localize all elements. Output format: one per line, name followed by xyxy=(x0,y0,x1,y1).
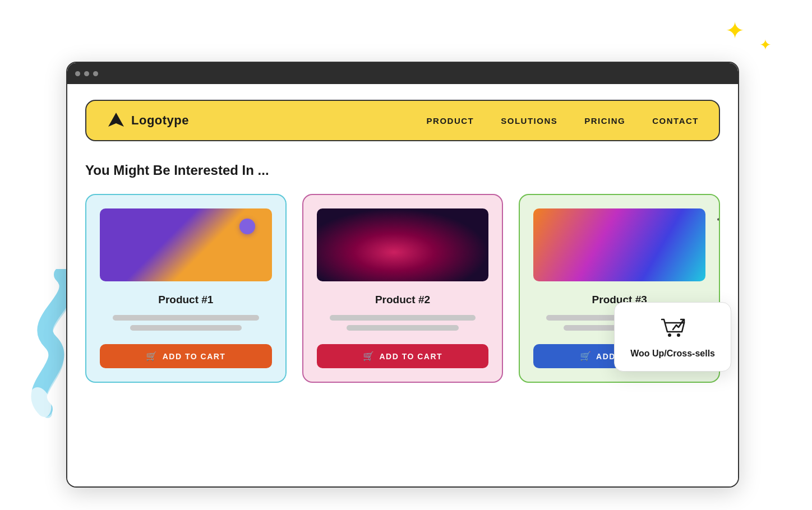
product-image-1 xyxy=(100,208,272,281)
browser-content: Logotype PRODUCT SOLUTIONS PRICING CONTA… xyxy=(67,84,738,486)
nav-product[interactable]: PRODUCT xyxy=(427,116,474,126)
svg-point-5 xyxy=(719,267,720,269)
product-image-3 xyxy=(533,208,705,281)
logo-text: Logotype xyxy=(131,113,189,128)
svg-point-1 xyxy=(717,218,720,220)
sparkle-icon-small: ✦ xyxy=(759,36,772,54)
browser-window: Logotype PRODUCT SOLUTIONS PRICING CONTA… xyxy=(66,62,739,488)
sparkle-icon-large: ✦ xyxy=(725,17,745,44)
desc-line-2a xyxy=(330,315,476,321)
add-to-cart-button-2[interactable]: 🛒 ADD TO CART xyxy=(317,344,489,368)
product-card-wrapper-1: Product #1 🛒 ADD TO CART xyxy=(85,194,287,383)
cart-icon-1: 🛒 xyxy=(146,351,158,361)
products-grid: Product #1 🛒 ADD TO CART Product #2 xyxy=(85,194,720,383)
browser-dot-2 xyxy=(84,71,89,76)
desc-line-1a xyxy=(113,315,259,321)
browser-dot-1 xyxy=(75,71,80,76)
svg-point-17 xyxy=(677,333,680,337)
logo-area: Logotype xyxy=(107,111,189,130)
cart-icon-2: 🛒 xyxy=(363,351,375,361)
desc-line-1b xyxy=(130,325,242,331)
product-name-2: Product #2 xyxy=(375,294,430,306)
navbar: Logotype PRODUCT SOLUTIONS PRICING CONTA… xyxy=(85,100,720,141)
add-to-cart-label-2: ADD TO CART xyxy=(379,352,442,361)
product-card-2: Product #2 🛒 ADD TO CART xyxy=(302,194,504,383)
product-image-2 xyxy=(317,208,489,281)
add-to-cart-button-1[interactable]: 🛒 ADD TO CART xyxy=(100,344,272,368)
nav-solutions[interactable]: SOLUTIONS xyxy=(501,116,557,126)
add-to-cart-label-1: ADD TO CART xyxy=(163,352,226,361)
product-card-wrapper-3: Product #3 🛒 ADD TO CART xyxy=(519,194,720,383)
section-title: You Might Be Interested In ... xyxy=(85,163,720,178)
product-desc-2 xyxy=(317,315,489,331)
nav-pricing[interactable]: PRICING xyxy=(584,116,625,126)
tooltip-card: Woo Up/Cross-sells xyxy=(614,302,731,372)
browser-titlebar xyxy=(67,63,738,84)
desc-line-2b xyxy=(347,325,458,331)
svg-point-16 xyxy=(668,333,671,337)
product-name-1: Product #1 xyxy=(158,294,213,306)
product-card-1: Product #1 🛒 ADD TO CART xyxy=(85,194,287,383)
logo-icon xyxy=(107,111,126,130)
tooltip-label: Woo Up/Cross-sells xyxy=(630,349,715,359)
woo-upsells-icon xyxy=(657,315,689,342)
browser-dot-3 xyxy=(93,71,98,76)
nav-links: PRODUCT SOLUTIONS PRICING CONTACT xyxy=(427,116,699,126)
product-card-wrapper-2: Product #2 🛒 ADD TO CART xyxy=(302,194,504,383)
nav-contact[interactable]: CONTACT xyxy=(652,116,699,126)
product-desc-1 xyxy=(100,315,272,331)
cart-icon-3: 🛒 xyxy=(580,351,592,361)
